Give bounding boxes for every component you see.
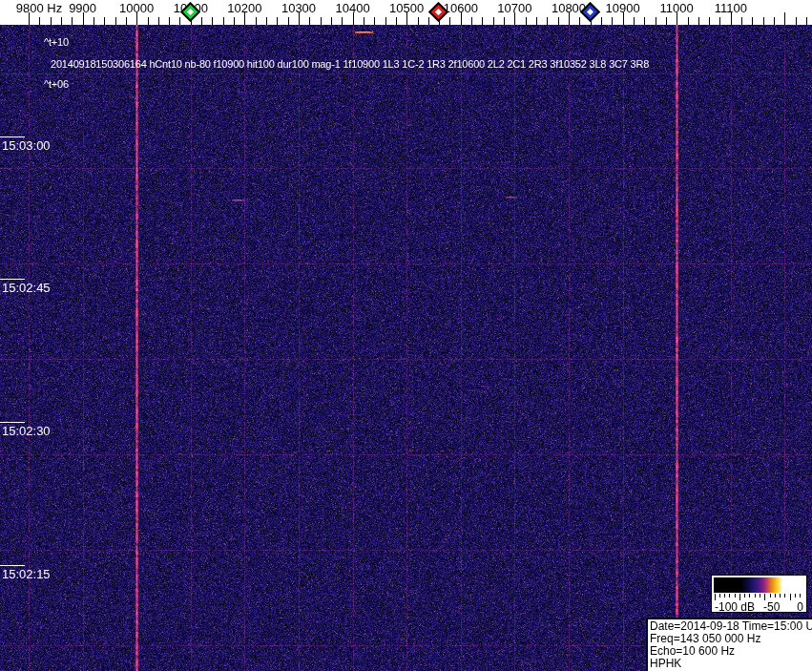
- time-tick-label: 15:03:00: [2, 138, 51, 153]
- color-scale-legend: -100 dB -50 0: [711, 575, 807, 613]
- time-offset-annotation-t06: ^t+06: [44, 78, 69, 90]
- freq-tick-label: 11100: [715, 1, 747, 15]
- freq-tick-label: 11000: [660, 1, 694, 15]
- freq-tick-label: 10400: [336, 1, 370, 15]
- db-ruler-ticks: [714, 594, 804, 600]
- spectrogram-canvas[interactable]: [0, 0, 812, 671]
- freq-tick-label: 9800 Hz: [16, 1, 62, 15]
- marker-core: [435, 9, 442, 15]
- status-info-box: Date=2014-09-18 Time=15:00 UTC Freq=143 …: [646, 618, 812, 671]
- freq-tick-label: 10600: [444, 1, 478, 15]
- freq-tick-label: 10700: [497, 1, 531, 15]
- time-tick-label: 15:02:15: [2, 567, 51, 581]
- freq-tick-label: 10200: [227, 1, 261, 15]
- db-label-max: 0: [797, 600, 803, 614]
- db-label-mid: -50: [763, 600, 780, 614]
- freq-tick-label: 9900: [69, 1, 96, 15]
- hit-log-annotation: 20140918150306164 hCnt10 nb-80 f10900 hi…: [51, 58, 649, 70]
- marker-core: [587, 9, 593, 15]
- time-offset-annotation-t10: ^t+10: [44, 36, 69, 48]
- marker-core: [187, 9, 194, 15]
- spectrogram-app: 9800 Hz990010000101001020010300104001050…: [0, 0, 812, 671]
- freq-tick-label: 10000: [119, 1, 154, 15]
- db-ruler-labels: -100 dB -50 0: [712, 600, 806, 612]
- freq-tick-label: 10900: [606, 1, 640, 15]
- db-gradient-bar: [714, 577, 804, 593]
- db-label-min: -100 dB: [715, 600, 755, 614]
- freq-tick-label: 10500: [389, 1, 424, 15]
- time-tick-label: 15:02:30: [2, 424, 51, 438]
- station-code: HPHK: [650, 658, 812, 670]
- freq-tick-label: 10300: [281, 1, 316, 15]
- time-tick-label: 15:02:45: [2, 281, 51, 295]
